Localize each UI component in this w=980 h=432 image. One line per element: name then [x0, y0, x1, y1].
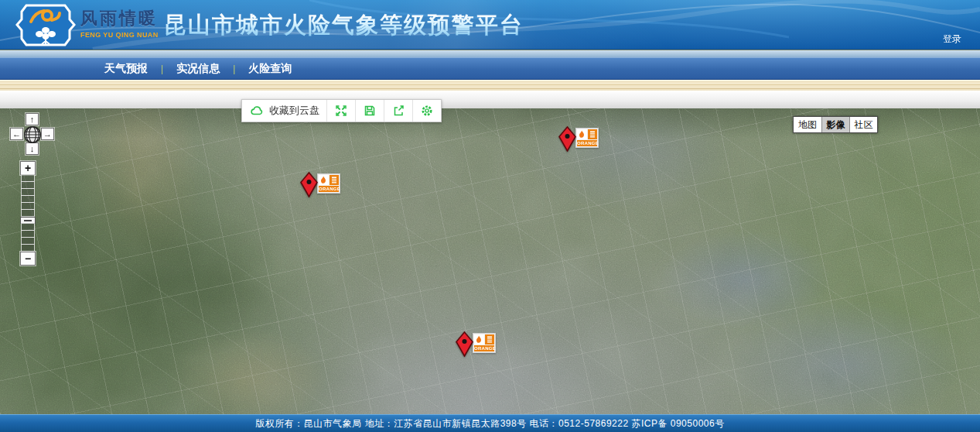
- warning-sign-icon: [485, 334, 495, 345]
- save-to-cloud-label: 收藏到云盘: [269, 104, 319, 118]
- fire-warning-marker[interactable]: ORANGE: [300, 172, 340, 197]
- settings-icon: [420, 104, 434, 118]
- map-type-switcher: 地图 影像 社区: [793, 116, 878, 133]
- pan-up-button[interactable]: ↑: [26, 113, 39, 125]
- map-pin-icon: [300, 172, 318, 197]
- warning-level-label: ORANGE: [319, 186, 339, 192]
- footer: 版权所有：昆山市气象局 地址：江苏省昆山市新镇昆太路398号 电话：0512-5…: [0, 414, 980, 432]
- flame-icon: [577, 129, 587, 139]
- fire-warning-badge: ORANGE: [317, 173, 340, 194]
- flame-icon: [474, 334, 484, 345]
- map-type-community[interactable]: 社区: [849, 117, 877, 132]
- map-zoom-control: + −: [20, 161, 36, 266]
- fire-warning-marker[interactable]: ORANGE: [558, 126, 599, 152]
- header: 风雨情暖 FENG YU QING NUAN 昆山市城市火险气象等级预警平台 登…: [0, 0, 980, 50]
- login-link[interactable]: 登录: [943, 33, 961, 46]
- save-to-cloud-button[interactable]: 收藏到云盘: [242, 100, 326, 122]
- map-pan-control: ↑ ← → ↓: [10, 113, 55, 156]
- white-gradient-strip: [0, 91, 980, 108]
- map-type-imagery[interactable]: 影像: [821, 117, 849, 132]
- copyright-text: 版权所有：昆山市气象局 地址：江苏省昆山市新镇昆太路398号 电话：0512-5…: [255, 417, 724, 430]
- map-terrain-texture: [0, 108, 980, 414]
- export-button[interactable]: [384, 100, 412, 122]
- map-pin-icon: [456, 331, 473, 357]
- map-toolbar: 收藏到云盘: [241, 99, 442, 122]
- map-pin-icon: [558, 126, 576, 152]
- zoom-level-cell[interactable]: [21, 244, 35, 252]
- fullscreen-icon: [334, 104, 348, 118]
- cloud-icon: [249, 104, 265, 118]
- zoom-level-cell[interactable]: [21, 209, 35, 217]
- nav-separator: |: [233, 63, 235, 74]
- brand-name-en: FENG YU QING NUAN: [80, 31, 159, 39]
- pan-right-button[interactable]: →: [41, 128, 54, 140]
- warning-level-label: ORANGE: [577, 140, 597, 146]
- app-window: 风雨情暖 FENG YU QING NUAN 昆山市城市火险气象等级预警平台 登…: [0, 0, 980, 432]
- globe-reset-button[interactable]: [23, 125, 42, 144]
- map-road-texture: [0, 108, 980, 414]
- map-type-map[interactable]: 地图: [794, 117, 821, 132]
- map-grain-texture: [0, 108, 980, 414]
- save-button[interactable]: [355, 100, 384, 122]
- zoom-in-button[interactable]: +: [20, 161, 36, 175]
- nav-item-fire-risk-query[interactable]: 火险查询: [248, 62, 292, 76]
- beige-divider-strip: [0, 80, 980, 91]
- warning-sign-icon: [330, 175, 340, 185]
- export-icon: [391, 104, 405, 118]
- logo-emblem: [14, 2, 77, 48]
- pan-left-button[interactable]: ←: [10, 128, 23, 140]
- header-divider-strip: [0, 50, 980, 57]
- nav-item-weather-forecast[interactable]: 天气预报: [104, 62, 148, 76]
- save-icon: [363, 104, 377, 118]
- fullscreen-button[interactable]: [326, 100, 355, 122]
- page-title: 昆山市城市火险气象等级预警平台: [164, 10, 524, 41]
- nav-separator: |: [161, 63, 163, 74]
- brand-name-cn: 风雨情暖: [80, 7, 159, 30]
- fire-warning-marker[interactable]: ORANGE: [456, 331, 496, 357]
- zoom-out-button[interactable]: −: [20, 252, 36, 266]
- warning-sign-icon: [588, 129, 598, 139]
- satellite-map[interactable]: ↑ ← → ↓ +: [0, 108, 980, 414]
- fire-warning-badge: ORANGE: [473, 333, 496, 353]
- warning-level-label: ORANGE: [474, 345, 494, 351]
- zoom-slider-track[interactable]: [21, 174, 35, 252]
- main-navbar: 天气预报 | 实况信息 | 火险查询: [0, 57, 980, 80]
- nav-item-live-info[interactable]: 实况信息: [176, 62, 220, 76]
- flame-icon: [319, 175, 329, 185]
- pan-down-button[interactable]: ↓: [26, 142, 39, 155]
- brand-block: 风雨情暖 FENG YU QING NUAN: [80, 7, 159, 39]
- settings-button[interactable]: [412, 100, 441, 122]
- fire-warning-badge: ORANGE: [575, 128, 599, 148]
